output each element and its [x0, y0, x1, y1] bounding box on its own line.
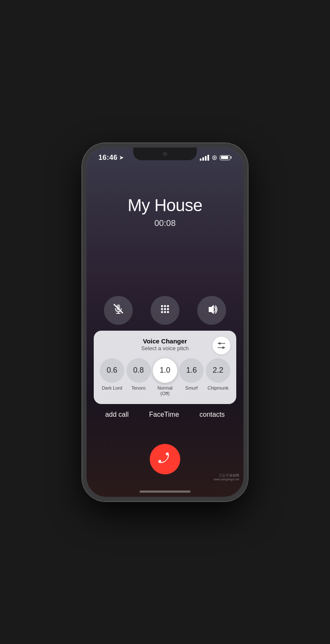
battery-fill	[221, 156, 228, 159]
svg-point-6	[167, 305, 169, 307]
signal-bar-1	[200, 159, 201, 161]
contacts-label: contacts	[199, 411, 225, 418]
end-call-wrapper	[150, 444, 180, 474]
svg-point-7	[161, 308, 163, 310]
keypad-icon	[159, 304, 171, 317]
pitch-circle-dark-lord: 0.6	[100, 358, 124, 383]
add-call-label: add call	[105, 411, 129, 418]
call-content: My House 00:08	[87, 162, 243, 474]
signal-bar-2	[202, 157, 204, 161]
phone-outer: 16:46 ➤ ⊛ My Ho	[82, 143, 248, 501]
panel-close-button[interactable]	[213, 337, 230, 354]
svg-point-9	[167, 308, 169, 310]
call-buttons-row	[87, 296, 243, 325]
wifi-icon: ⊛	[212, 153, 217, 162]
pitch-option-normal[interactable]: 1.0 Normal (Off)	[153, 358, 177, 396]
mute-icon	[112, 303, 124, 318]
speaker-button[interactable]	[197, 296, 226, 325]
speaker-circle	[197, 296, 226, 325]
svg-point-17	[222, 346, 224, 348]
facetime-button[interactable]: FaceTime	[149, 411, 179, 418]
mute-circle	[104, 296, 133, 325]
svg-point-10	[161, 311, 163, 313]
mute-button[interactable]	[104, 296, 133, 325]
svg-point-15	[219, 342, 221, 344]
svg-point-12	[167, 311, 169, 313]
screen: 16:46 ➤ ⊛ My Ho	[87, 148, 243, 497]
panel-subtitle: Select a voice pitch	[100, 345, 230, 351]
watermark-line2: www.sangongzi.net	[214, 478, 239, 481]
end-call-button[interactable]	[150, 444, 180, 474]
pitch-label-tenoro: Tenoro	[131, 385, 146, 391]
pitch-label-smurf: Smurf	[185, 385, 198, 391]
watermark: 三公子游戏网 www.sangongzi.net	[201, 473, 243, 490]
signal-bars	[200, 155, 209, 161]
status-icons: ⊛	[200, 153, 232, 162]
battery-tip	[231, 156, 232, 159]
battery-body	[220, 155, 230, 160]
pitch-label-dark-lord: Dark Lord	[102, 385, 122, 391]
signal-bar-4	[207, 155, 209, 161]
pitch-circle-smurf: 1.6	[179, 358, 204, 383]
pitch-circle-tenoro: 0.8	[126, 358, 151, 383]
svg-marker-13	[209, 305, 214, 314]
pitch-circle-normal: 1.0	[153, 358, 177, 383]
notch	[133, 148, 197, 160]
svg-rect-1	[117, 304, 120, 310]
status-time-group: 16:46 ➤	[98, 153, 123, 162]
pitch-option-dark-lord[interactable]: 0.6 Dark Lord	[100, 358, 124, 391]
home-indicator[interactable]	[140, 491, 190, 493]
pitch-options: 0.6 Dark Lord 0.8 Tenoro 1.0	[100, 358, 230, 396]
pitch-option-chipmunk[interactable]: 2.2 Chipmunk	[206, 358, 230, 391]
pitch-label-chipmunk: Chipmunk	[207, 385, 229, 391]
caller-name: My House	[128, 196, 202, 215]
pitch-value-dark-lord: 0.6	[107, 366, 117, 375]
watermark-line1: 三公子游戏网	[219, 473, 239, 478]
battery-container	[220, 155, 232, 160]
pitch-option-smurf[interactable]: 1.6 Smurf	[179, 358, 204, 391]
location-icon: ➤	[119, 155, 123, 161]
panel-header: Voice Changer Select a voice pitch	[100, 337, 230, 351]
svg-point-11	[164, 311, 166, 313]
add-call-button[interactable]: add call	[105, 411, 129, 418]
svg-point-4	[161, 305, 163, 307]
action-row: add call FaceTime contacts	[87, 411, 243, 418]
voice-changer-panel: Voice Changer Select a voice pitch	[94, 331, 236, 404]
pitch-option-tenoro[interactable]: 0.8 Tenoro	[126, 358, 151, 391]
pitch-label-normal: Normal (Off)	[153, 385, 177, 396]
signal-bar-3	[205, 156, 207, 161]
svg-point-8	[164, 308, 166, 310]
notch-dot	[163, 152, 167, 156]
pitch-value-chipmunk: 2.2	[213, 366, 223, 375]
facetime-label: FaceTime	[149, 411, 179, 418]
end-call-icon	[155, 449, 175, 469]
svg-point-5	[164, 305, 166, 307]
pitch-circle-chipmunk: 2.2	[206, 358, 230, 383]
pitch-value-normal: 1.0	[160, 366, 171, 375]
keypad-button[interactable]	[151, 296, 179, 325]
pitch-value-smurf: 1.6	[186, 366, 197, 375]
speaker-icon	[205, 304, 218, 317]
call-timer: 00:08	[154, 218, 176, 228]
pitch-value-tenoro: 0.8	[133, 366, 144, 375]
keypad-circle	[151, 296, 179, 325]
sliders-icon	[217, 342, 226, 349]
panel-title: Voice Changer	[100, 337, 230, 345]
time-display: 16:46	[98, 153, 117, 162]
contacts-button[interactable]: contacts	[199, 411, 225, 418]
